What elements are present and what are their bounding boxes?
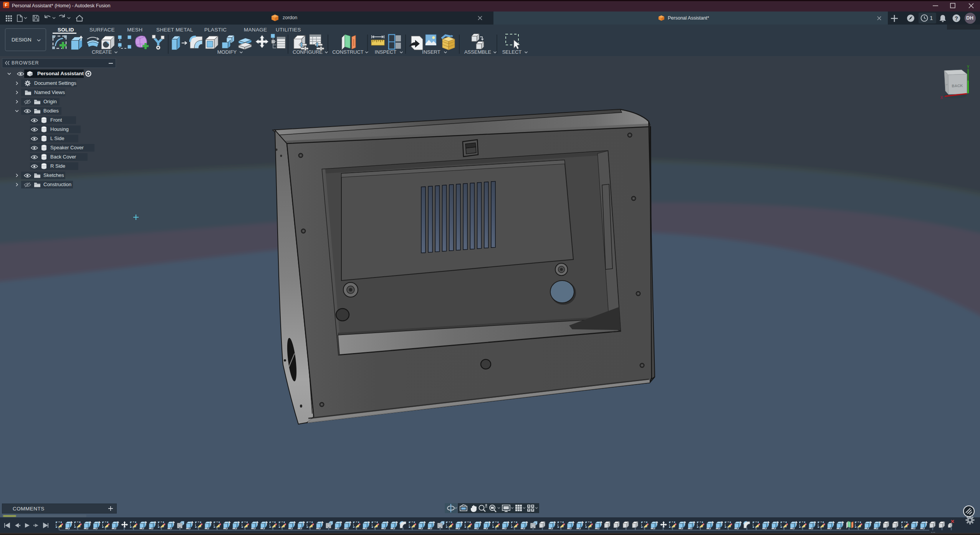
svg-text:Y: Y [967,65,970,69]
svg-text:F: F [5,3,8,7]
svg-text:BACK: BACK [952,83,963,88]
svg-text:?: ? [955,15,958,21]
svg-text:...: ... [931,528,935,533]
svg-text:X: X [940,96,943,100]
